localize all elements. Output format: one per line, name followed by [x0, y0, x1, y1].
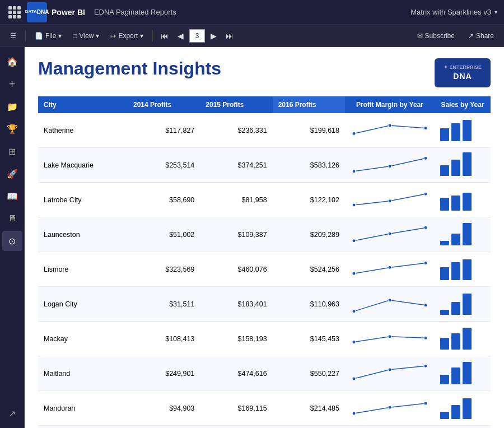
- svg-rect-21: [440, 241, 449, 245]
- table-row: Mandurah $94,903 $169,115 $214,485: [38, 391, 491, 426]
- next-page-button[interactable]: ▶: [207, 29, 220, 43]
- subscribe-icon: ✉: [417, 32, 423, 40]
- col-2014: 2014 Profits: [128, 96, 200, 113]
- power-bi-logo: DATA DNA: [27, 2, 47, 22]
- cell-city: Maitland: [38, 356, 128, 391]
- sidebar-icon-add[interactable]: +: [2, 74, 22, 94]
- view-button[interactable]: □ View ▾: [68, 30, 104, 42]
- export-chevron: ▾: [140, 32, 143, 40]
- sidebar-icon-grid[interactable]: ⊞: [2, 141, 22, 161]
- cell-bars: [435, 183, 491, 217]
- cell-sparkline: [345, 322, 435, 356]
- cell-bars: [435, 356, 491, 391]
- cell-2014: $58,690: [128, 183, 200, 217]
- svg-point-38: [424, 336, 427, 339]
- app-grid-icon[interactable]: [7, 0, 22, 25]
- svg-point-25: [388, 266, 391, 269]
- cell-bars: [435, 322, 491, 356]
- matrix-title: Matrix with Sparklines v3: [410, 8, 491, 16]
- table-row: Mackay $108,413 $158,193 $145,453: [38, 322, 491, 356]
- svg-rect-15: [440, 198, 449, 211]
- cell-bars: [435, 391, 491, 426]
- sidebar-icon-arrow[interactable]: ↗: [2, 403, 22, 424]
- cell-2016: $524,256: [273, 252, 345, 287]
- chevron-down-icon[interactable]: ▾: [494, 9, 497, 15]
- table-row: Lismore $323,569 $460,076 $524,256: [38, 252, 491, 287]
- svg-point-20: [424, 226, 427, 229]
- report-name: EDNA Paginated Reports: [94, 8, 176, 16]
- cell-2016: $209,289: [273, 217, 345, 252]
- svg-rect-34: [451, 302, 460, 315]
- svg-point-30: [352, 309, 356, 313]
- svg-rect-11: [463, 152, 472, 176]
- svg-rect-33: [440, 310, 449, 315]
- table-header-row: City 2014 Profits 2015 Profits 2016 Prof…: [38, 96, 491, 113]
- col-city: City: [38, 96, 128, 113]
- view-icon: □: [73, 32, 77, 40]
- page-number[interactable]: 3: [189, 29, 205, 43]
- cell-city: Lake Macquarie: [38, 148, 128, 183]
- cell-2015: $194,048: [200, 426, 272, 428]
- svg-point-7: [388, 164, 391, 168]
- subscribe-button[interactable]: ✉ Subscribe: [413, 30, 459, 42]
- cell-bars: [435, 217, 491, 252]
- cell-city: Mackay: [38, 322, 128, 356]
- svg-rect-9: [440, 165, 449, 176]
- export-button[interactable]: ↦ Export ▾: [106, 30, 148, 42]
- svg-rect-47: [463, 362, 472, 384]
- share-button[interactable]: ↗ Share: [464, 30, 498, 42]
- cell-city: Launceston: [38, 217, 128, 252]
- svg-point-18: [352, 239, 356, 242]
- cell-2015: $183,401: [200, 287, 272, 322]
- cell-2014: $249,901: [128, 356, 200, 391]
- sidebar-icon-rocket[interactable]: 🚀: [2, 164, 22, 184]
- col-2015: 2015 Profits: [200, 96, 272, 113]
- sidebar-icon-home[interactable]: 🏠: [2, 52, 22, 72]
- cell-city: Mandurah: [38, 391, 128, 426]
- svg-rect-3: [440, 128, 449, 141]
- last-page-button[interactable]: ⏭: [222, 29, 237, 43]
- cell-sparkline: [345, 356, 435, 391]
- cell-bars: [435, 252, 491, 287]
- svg-point-24: [352, 272, 356, 275]
- report-title: Management Insights: [38, 58, 221, 79]
- svg-rect-53: [463, 398, 472, 419]
- cell-2014: $94,903: [128, 391, 200, 426]
- sidebar-icon-monitor[interactable]: 🖥: [2, 208, 22, 229]
- edna-logo: ✦ ENTERPRISE DNA: [435, 58, 491, 87]
- first-page-button[interactable]: ⏮: [157, 29, 172, 43]
- sidebar-icon-circle[interactable]: ⊙: [2, 231, 22, 251]
- table-row: Maitland $249,901 $474,616 $550,227: [38, 356, 491, 391]
- cell-sparkline: [345, 217, 435, 252]
- svg-point-12: [352, 203, 356, 207]
- prev-page-button[interactable]: ◀: [174, 29, 187, 43]
- svg-point-19: [388, 232, 391, 235]
- cell-bars: [435, 148, 491, 183]
- sidebar-icon-book[interactable]: 📖: [2, 186, 22, 206]
- svg-rect-23: [463, 223, 472, 245]
- sidebar-icon-folder[interactable]: 📁: [2, 96, 22, 117]
- table-row: Launceston $51,002 $109,387 $209,289: [38, 217, 491, 252]
- cell-bars: [435, 426, 491, 428]
- svg-point-32: [424, 303, 427, 306]
- svg-point-0: [352, 132, 356, 135]
- cell-sparkline: [345, 113, 435, 148]
- main-layout: 🏠 + 📁 🏆 ⊞ 🚀 📖 🖥 ⊙ ↗ Management Insights …: [0, 47, 504, 428]
- top-bar: DATA DNA Power BI EDNA Paginated Reports…: [0, 0, 504, 25]
- svg-rect-16: [451, 196, 460, 211]
- svg-point-48: [352, 412, 356, 415]
- cell-2014: $31,511: [128, 287, 200, 322]
- sidebar-icon-trophy[interactable]: 🏆: [2, 119, 22, 139]
- toolbar-right: ✉ Subscribe ↗ Share: [413, 30, 498, 42]
- cell-bars: [435, 113, 491, 148]
- cell-sparkline: [345, 426, 435, 428]
- svg-rect-52: [451, 405, 460, 419]
- file-button[interactable]: 📄 File ▾: [30, 30, 66, 42]
- hamburger-button[interactable]: ☰: [6, 30, 21, 42]
- table-row: Katherine $117,827 $236,331 $199,618: [38, 113, 491, 148]
- cell-2016: $550,227: [273, 356, 345, 391]
- cell-2015: $236,331: [200, 113, 272, 148]
- svg-point-13: [388, 199, 391, 202]
- cell-sparkline: [345, 391, 435, 426]
- sidebar: 🏠 + 📁 🏆 ⊞ 🚀 📖 🖥 ⊙ ↗: [0, 47, 25, 428]
